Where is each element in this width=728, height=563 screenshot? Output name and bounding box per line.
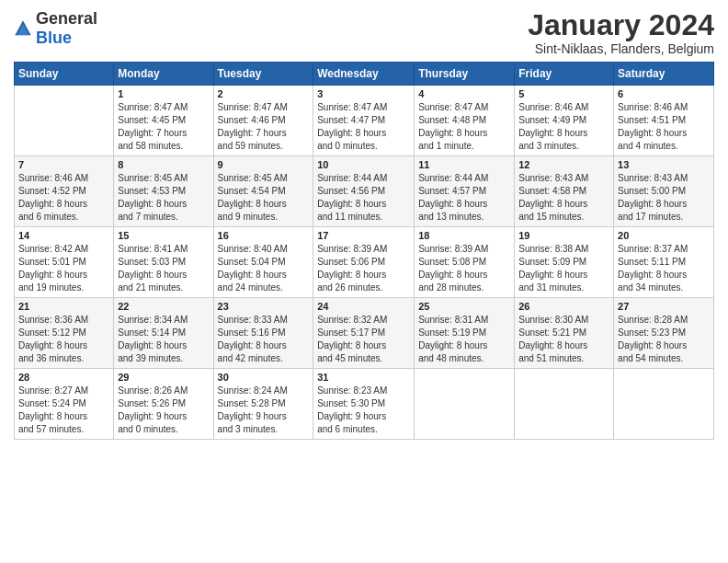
calendar: Sunday Monday Tuesday Wednesday Thursday… [14,62,714,440]
calendar-header-row: Sunday Monday Tuesday Wednesday Thursday… [15,63,714,86]
day-info: Sunrise: 8:42 AM Sunset: 5:01 PM Dayligh… [18,243,109,294]
day-number: 17 [317,230,410,241]
table-row [15,86,114,156]
day-number: 26 [518,301,609,312]
table-row: 18Sunrise: 8:39 AM Sunset: 5:08 PM Dayli… [415,227,515,298]
day-number: 15 [118,230,209,241]
logo-blue: Blue [36,29,72,47]
logo: General Blue [14,9,97,48]
table-row: 14Sunrise: 8:42 AM Sunset: 5:01 PM Dayli… [15,227,114,298]
day-info: Sunrise: 8:27 AM Sunset: 5:24 PM Dayligh… [18,385,109,436]
calendar-week-3: 14Sunrise: 8:42 AM Sunset: 5:01 PM Dayli… [15,227,714,298]
table-row: 27Sunrise: 8:28 AM Sunset: 5:23 PM Dayli… [614,298,714,369]
day-info: Sunrise: 8:39 AM Sunset: 5:06 PM Dayligh… [317,243,410,294]
day-info: Sunrise: 8:43 AM Sunset: 4:58 PM Dayligh… [518,172,609,224]
table-row: 23Sunrise: 8:33 AM Sunset: 5:16 PM Dayli… [213,298,313,369]
main-title: January 2024 [528,9,714,41]
table-row: 15Sunrise: 8:41 AM Sunset: 5:03 PM Dayli… [114,227,213,298]
table-row: 30Sunrise: 8:24 AM Sunset: 5:28 PM Dayli… [213,369,313,440]
calendar-week-2: 7Sunrise: 8:46 AM Sunset: 4:52 PM Daylig… [15,156,714,227]
day-info: Sunrise: 8:33 AM Sunset: 5:16 PM Dayligh… [218,314,310,365]
header: General Blue January 2024 Sint-Niklaas, … [14,9,714,56]
day-number: 6 [618,88,710,99]
header-wednesday: Wednesday [313,63,415,86]
day-number: 31 [317,372,410,383]
table-row: 31Sunrise: 8:23 AM Sunset: 5:30 PM Dayli… [313,369,415,440]
table-row: 4Sunrise: 8:47 AM Sunset: 4:48 PM Daylig… [415,86,515,156]
day-number: 3 [317,88,410,99]
day-number: 25 [418,301,510,312]
table-row: 22Sunrise: 8:34 AM Sunset: 5:14 PM Dayli… [114,298,213,369]
table-row: 17Sunrise: 8:39 AM Sunset: 5:06 PM Dayli… [313,227,415,298]
day-number: 29 [118,372,209,383]
day-info: Sunrise: 8:37 AM Sunset: 5:11 PM Dayligh… [618,243,710,294]
table-row: 9Sunrise: 8:45 AM Sunset: 4:54 PM Daylig… [213,156,313,227]
table-row: 3Sunrise: 8:47 AM Sunset: 4:47 PM Daylig… [313,86,415,156]
day-info: Sunrise: 8:47 AM Sunset: 4:48 PM Dayligh… [418,101,510,153]
day-number: 8 [118,159,209,170]
title-area: January 2024 Sint-Niklaas, Flanders, Bel… [528,9,714,56]
table-row: 28Sunrise: 8:27 AM Sunset: 5:24 PM Dayli… [15,369,114,440]
day-number: 5 [518,88,609,99]
page: General Blue January 2024 Sint-Niklaas, … [0,0,728,563]
table-row: 8Sunrise: 8:45 AM Sunset: 4:53 PM Daylig… [114,156,213,227]
day-info: Sunrise: 8:44 AM Sunset: 4:56 PM Dayligh… [317,172,410,224]
day-info: Sunrise: 8:47 AM Sunset: 4:47 PM Dayligh… [317,101,410,153]
header-thursday: Thursday [415,63,515,86]
table-row: 2Sunrise: 8:47 AM Sunset: 4:46 PM Daylig… [213,86,313,156]
day-number: 20 [618,230,710,241]
table-row: 5Sunrise: 8:46 AM Sunset: 4:49 PM Daylig… [515,86,614,156]
day-number: 13 [618,159,710,170]
table-row: 19Sunrise: 8:38 AM Sunset: 5:09 PM Dayli… [515,227,614,298]
day-info: Sunrise: 8:28 AM Sunset: 5:23 PM Dayligh… [618,314,710,365]
header-saturday: Saturday [614,63,714,86]
table-row: 21Sunrise: 8:36 AM Sunset: 5:12 PM Dayli… [15,298,114,369]
day-number: 22 [118,301,209,312]
day-number: 12 [518,159,609,170]
calendar-week-4: 21Sunrise: 8:36 AM Sunset: 5:12 PM Dayli… [15,298,714,369]
day-info: Sunrise: 8:41 AM Sunset: 5:03 PM Dayligh… [118,243,209,294]
day-info: Sunrise: 8:39 AM Sunset: 5:08 PM Dayligh… [418,243,510,294]
header-monday: Monday [114,63,213,86]
day-number: 27 [618,301,710,312]
day-info: Sunrise: 8:34 AM Sunset: 5:14 PM Dayligh… [118,314,209,365]
day-number: 10 [317,159,410,170]
day-info: Sunrise: 8:30 AM Sunset: 5:21 PM Dayligh… [518,314,609,365]
header-sunday: Sunday [15,63,114,86]
calendar-week-1: 1Sunrise: 8:47 AM Sunset: 4:45 PM Daylig… [15,86,714,156]
day-info: Sunrise: 8:47 AM Sunset: 4:45 PM Dayligh… [118,101,209,153]
day-number: 9 [218,159,310,170]
day-number: 16 [218,230,310,241]
day-number: 30 [218,372,310,383]
day-info: Sunrise: 8:46 AM Sunset: 4:51 PM Dayligh… [618,101,710,153]
day-info: Sunrise: 8:45 AM Sunset: 4:54 PM Dayligh… [218,172,310,224]
day-info: Sunrise: 8:23 AM Sunset: 5:30 PM Dayligh… [317,385,410,436]
day-info: Sunrise: 8:46 AM Sunset: 4:49 PM Dayligh… [518,101,609,153]
table-row: 26Sunrise: 8:30 AM Sunset: 5:21 PM Dayli… [515,298,614,369]
header-friday: Friday [515,63,614,86]
subtitle: Sint-Niklaas, Flanders, Belgium [528,41,714,56]
header-tuesday: Tuesday [213,63,313,86]
day-number: 28 [18,372,109,383]
table-row: 13Sunrise: 8:43 AM Sunset: 5:00 PM Dayli… [614,156,714,227]
day-number: 14 [18,230,109,241]
day-info: Sunrise: 8:32 AM Sunset: 5:17 PM Dayligh… [317,314,410,365]
day-number: 24 [317,301,410,312]
day-number: 7 [18,159,109,170]
table-row: 12Sunrise: 8:43 AM Sunset: 4:58 PM Dayli… [515,156,614,227]
day-info: Sunrise: 8:36 AM Sunset: 5:12 PM Dayligh… [18,314,109,365]
logo-text: General Blue [36,9,97,48]
table-row: 24Sunrise: 8:32 AM Sunset: 5:17 PM Dayli… [313,298,415,369]
table-row: 29Sunrise: 8:26 AM Sunset: 5:26 PM Dayli… [114,369,213,440]
day-number: 23 [218,301,310,312]
day-info: Sunrise: 8:46 AM Sunset: 4:52 PM Dayligh… [18,172,109,224]
table-row: 10Sunrise: 8:44 AM Sunset: 4:56 PM Dayli… [313,156,415,227]
table-row: 11Sunrise: 8:44 AM Sunset: 4:57 PM Dayli… [415,156,515,227]
table-row: 20Sunrise: 8:37 AM Sunset: 5:11 PM Dayli… [614,227,714,298]
day-info: Sunrise: 8:24 AM Sunset: 5:28 PM Dayligh… [218,385,310,436]
logo-icon [14,19,32,38]
table-row: 6Sunrise: 8:46 AM Sunset: 4:51 PM Daylig… [614,86,714,156]
day-info: Sunrise: 8:47 AM Sunset: 4:46 PM Dayligh… [218,101,310,153]
day-info: Sunrise: 8:31 AM Sunset: 5:19 PM Dayligh… [418,314,510,365]
day-info: Sunrise: 8:40 AM Sunset: 5:04 PM Dayligh… [218,243,310,294]
